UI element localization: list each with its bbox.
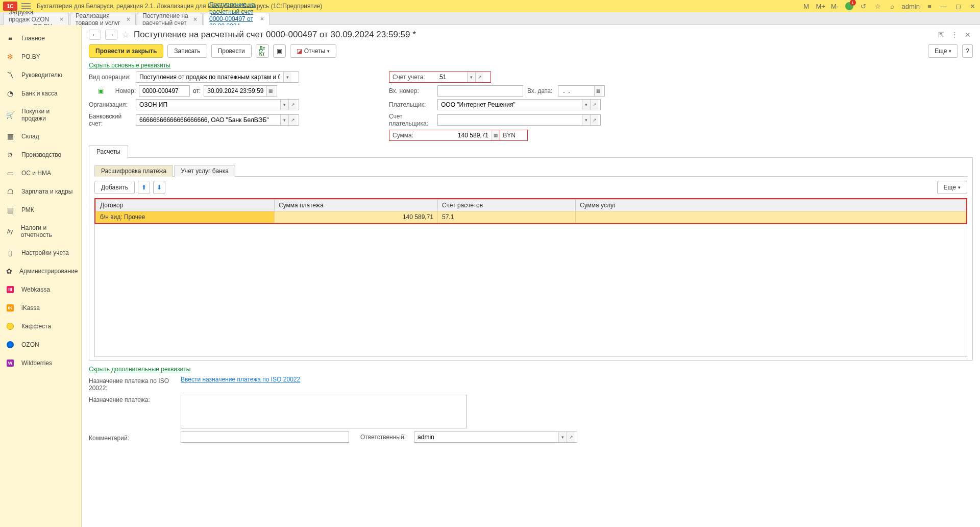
close-icon[interactable]: × <box>260 15 264 22</box>
calendar-icon[interactable]: ▦ <box>266 86 275 96</box>
sum-input[interactable] <box>436 130 492 140</box>
col-amount[interactable]: Сумма платежа <box>275 200 438 211</box>
comment-field[interactable] <box>181 432 349 443</box>
col-service-amount[interactable]: Сумма услуг <box>576 200 966 211</box>
structure-button[interactable]: ▣ <box>273 44 286 58</box>
inner-more-button[interactable]: Еще▾ <box>937 181 967 194</box>
payer-acc-field[interactable]: ▾↗ <box>437 114 601 126</box>
cell-amount[interactable]: 140 589,71 <box>275 211 438 223</box>
sidebar-item-accounting-settings[interactable]: ▯Настройки учета <box>0 244 81 262</box>
post-and-close-button[interactable]: Провести и закрыть <box>89 44 163 58</box>
cell-contract[interactable]: б/н вид: Прочее <box>96 211 275 223</box>
close-icon[interactable]: × <box>127 16 130 23</box>
open-icon[interactable]: ↗ <box>590 100 598 110</box>
sidebar-item-hr[interactable]: ☖Зарплата и кадры <box>0 182 81 201</box>
sidebar-item-webkassa[interactable]: IIIWebkassa <box>0 280 81 299</box>
nav-forward-button[interactable]: → <box>105 30 117 40</box>
search-icon[interactable]: ⌕ <box>888 2 897 11</box>
account-input[interactable] <box>436 72 467 82</box>
sidebar-item-sales[interactable]: 🛒Покупки и продажи <box>0 103 81 127</box>
sidebar-item-rmk[interactable]: ▤РМК <box>0 201 81 219</box>
settings-icon[interactable]: ≡ <box>925 2 934 11</box>
sidebar-item-production[interactable]: ⛭Производство <box>0 146 81 164</box>
tab-calculations[interactable]: Расчеты <box>89 145 128 158</box>
table-empty-space[interactable] <box>94 224 967 357</box>
more-button[interactable]: Еще▾ <box>928 44 958 58</box>
responsible-input[interactable] <box>414 432 558 442</box>
open-icon[interactable]: ↗ <box>567 432 575 442</box>
chevron-down-icon[interactable]: ▾ <box>582 100 590 110</box>
in-date-field[interactable]: ▦ <box>558 85 605 97</box>
col-account[interactable]: Счет расчетов <box>438 200 576 211</box>
calendar-icon[interactable]: ▦ <box>594 86 602 96</box>
calc-m-icon[interactable]: M <box>802 2 811 11</box>
post-button[interactable]: Провести <box>211 44 252 58</box>
reports-button[interactable]: ◪Отчеты▾ <box>290 44 336 58</box>
bank-input[interactable] <box>136 115 280 125</box>
number-field[interactable] <box>139 85 190 97</box>
maximize-icon[interactable]: ◻ <box>953 2 963 11</box>
close-app-icon[interactable]: ✕ <box>968 2 977 11</box>
write-button[interactable]: Записать <box>167 44 207 58</box>
sidebar-item-ikassa[interactable]: iKiKassa <box>0 299 81 317</box>
chevron-down-icon[interactable]: ▾ <box>280 100 288 110</box>
tab-0[interactable]: Загрузка продаж OZON по дням PO.BY× <box>3 13 69 25</box>
user-label[interactable]: admin <box>902 2 920 11</box>
sidebar-item-main[interactable]: ≡Главное <box>0 29 81 47</box>
sidebar-item-tax[interactable]: AyНалоги и отчетность <box>0 219 81 244</box>
tab-3[interactable]: Поступление на расчетный счет 0000-00049… <box>204 13 270 25</box>
op-type-field[interactable]: ▾ <box>136 71 299 83</box>
responsible-field[interactable]: ▾↗ <box>414 432 577 443</box>
tab-1[interactable]: Реализация товаров и услуг× <box>70 13 136 25</box>
more-vertical-icon[interactable]: ⋮ <box>949 30 960 40</box>
hide-extra-link[interactable]: Скрыть дополнительные реквизиты <box>89 366 190 373</box>
in-number-input[interactable] <box>438 86 522 96</box>
sidebar-item-manager[interactable]: 〽Руководителю <box>0 66 81 84</box>
chevron-down-icon[interactable]: ▾ <box>283 72 291 82</box>
in-date-input[interactable] <box>558 86 594 96</box>
calc-mminus-icon[interactable]: M- <box>830 2 840 11</box>
open-icon[interactable]: ↗ <box>475 72 483 82</box>
favorite-toggle-icon[interactable]: ☆ <box>121 29 130 40</box>
sidebar-item-ozon[interactable]: OZON <box>0 336 81 354</box>
open-icon[interactable]: ↗ <box>590 115 598 125</box>
chevron-down-icon[interactable]: ▾ <box>582 115 590 125</box>
move-down-button[interactable]: ⬇ <box>153 181 165 194</box>
chevron-down-icon[interactable]: ▾ <box>467 72 475 82</box>
close-icon[interactable]: × <box>60 16 63 23</box>
cell-account[interactable]: 57.1 <box>438 211 576 223</box>
close-page-icon[interactable]: ✕ <box>963 30 973 40</box>
subtab-bank-services[interactable]: Учет услуг банка <box>174 165 235 177</box>
calculator-icon[interactable]: ▦ <box>492 130 500 140</box>
comment-input[interactable] <box>181 432 348 442</box>
hide-main-link[interactable]: Скрыть основные реквизиты <box>89 62 170 69</box>
help-button[interactable]: ? <box>962 44 973 58</box>
col-contract[interactable]: Договор <box>96 200 275 211</box>
sidebar-item-warehouse[interactable]: ▦Склад <box>0 127 81 146</box>
op-type-input[interactable] <box>136 72 283 82</box>
tab-2[interactable]: Поступление на расчетный счет× <box>137 13 203 25</box>
sidebar-item-bank[interactable]: ◔Банк и касса <box>0 84 81 103</box>
sidebar-item-wildberries[interactable]: WWildberries <box>0 354 81 372</box>
calc-mplus-icon[interactable]: M+ <box>816 2 825 11</box>
subtab-payment-details[interactable]: Расшифровка платежа <box>94 165 173 177</box>
payer-input[interactable] <box>438 100 582 110</box>
open-icon[interactable]: ↗ <box>288 100 297 110</box>
chevron-down-icon[interactable]: ▾ <box>280 115 288 125</box>
in-number-field[interactable] <box>437 85 523 97</box>
date-input[interactable] <box>204 86 266 96</box>
history-icon[interactable]: ↺ <box>859 2 868 11</box>
add-row-button[interactable]: Добавить <box>94 181 135 194</box>
payer-field[interactable]: ▾↗ <box>437 99 601 110</box>
org-field[interactable]: ▾↗ <box>136 99 299 110</box>
sidebar-item-assets[interactable]: ▭ОС и НМА <box>0 164 81 182</box>
iso-link[interactable]: Ввести назначение платежа по ISO 20022 <box>181 376 300 383</box>
sidebar-item-poby[interactable]: ✻PO.BY <box>0 47 81 66</box>
payer-acc-input[interactable] <box>438 115 582 125</box>
number-input[interactable] <box>139 86 188 96</box>
sidebar-item-admin[interactable]: ✿Администрирование <box>0 262 81 280</box>
date-field[interactable]: ▦ <box>204 85 277 97</box>
link-icon[interactable]: ⇱ <box>936 30 946 40</box>
minimize-icon[interactable]: — <box>939 2 948 11</box>
notifications-icon[interactable]: 1 <box>845 2 854 11</box>
